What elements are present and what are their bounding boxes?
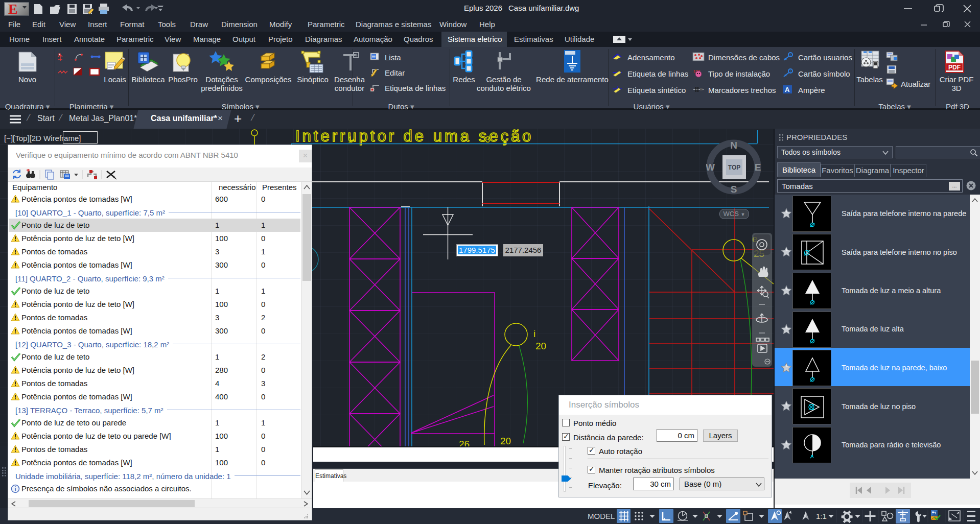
svg-text:1:1: 1:1: [816, 512, 827, 520]
svg-text:1: 1: [789, 53, 791, 57]
svg-text:3: 3: [485, 135, 490, 144]
svg-text:Interruptor de uma seção: Interruptor de uma seção: [295, 129, 533, 145]
svg-text:20: 20: [500, 436, 511, 446]
svg-text:i: i: [533, 328, 535, 339]
svg-text:TOP: TOP: [728, 164, 740, 171]
svg-text:1: 1: [348, 135, 353, 144]
svg-text:26: 26: [459, 439, 470, 446]
svg-text:E: E: [755, 162, 761, 173]
svg-text:S: S: [731, 184, 737, 195]
svg-text:W: W: [706, 162, 715, 173]
svg-text:N: N: [730, 140, 737, 151]
svg-text:20: 20: [535, 341, 546, 351]
svg-text:1: 1: [789, 69, 791, 73]
svg-text:PDF: PDF: [948, 64, 961, 71]
svg-text:A: A: [785, 86, 790, 93]
